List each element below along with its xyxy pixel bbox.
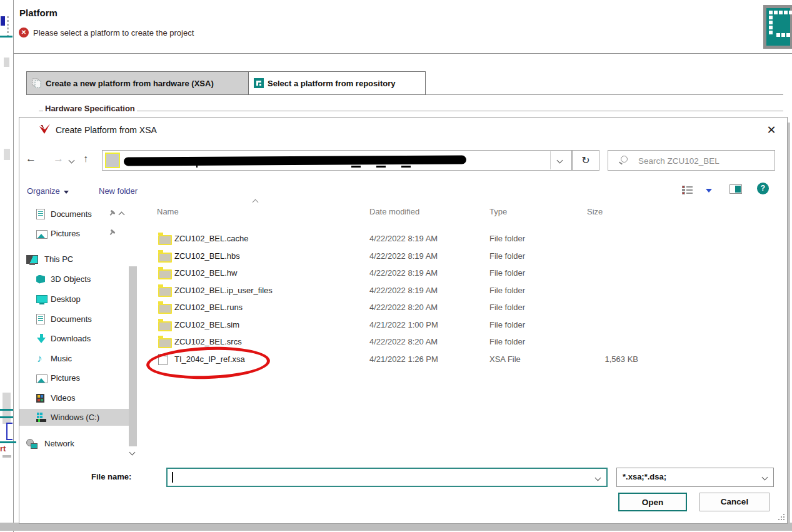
documents-icon [36,314,45,324]
preview-pane-icon[interactable] [729,184,742,194]
sidebar-item-pictures[interactable]: Pictures [19,369,129,386]
tab-select-platform-from-repository[interactable]: Select a platform from repository [249,71,426,95]
sidebar-item-network[interactable]: Network [19,435,129,452]
platform-wizard-icon-inner [766,8,790,46]
pictures-icon [36,230,48,239]
file-type: XSA File [489,354,521,364]
file-date-modified: 4/22/2022 8:20 AM [369,303,438,312]
file-name: ZCU102_BEL.hbs [174,251,240,261]
view-options-dropdown-icon[interactable] [706,189,712,193]
background-fragment [6,423,13,440]
file-name: ZCU102_BEL.hw [174,268,237,278]
file-date-modified: 4/22/2022 8:19 AM [369,268,438,278]
sidebar-item-music[interactable]: Music [19,350,129,367]
background-fragment [4,58,9,67]
file-row-zcu102-bel-cache[interactable]: ZCU102_BEL.cache4/22/2022 8:19 AMFile fo… [151,231,776,247]
column-header-type[interactable]: Type [489,207,507,216]
column-header-size[interactable]: Size [587,207,603,216]
resize-grip-icon[interactable] [777,513,784,520]
sidebar-scrollbar[interactable] [129,266,137,446]
file-row-zcu102-bel-hw[interactable]: ZCU102_BEL.hw4/22/2022 8:19 AMFile folde… [151,265,776,281]
view-details-icon[interactable] [682,185,693,197]
folder-icon [158,269,172,279]
file-row-zcu102-bel-hbs[interactable]: ZCU102_BEL.hbs4/22/2022 8:19 AMFile fold… [151,248,776,264]
downloads-icon [36,334,47,344]
organize-label: Organize [27,186,60,196]
create-platform-from-xsa-dialog: Create Platform from XSA ✕ ← → ↑ ↻ Organ… [19,117,788,524]
tab-create-platform-from-xsa[interactable]: Create a new platform from hardware (XSA… [26,71,249,95]
background-fragment [0,36,13,38]
search-box[interactable] [608,150,775,171]
pin-icon [107,229,116,238]
pictures-icon [36,374,48,383]
redaction-mark [376,166,386,168]
help-icon[interactable]: ? [757,183,769,194]
file-date-modified: 4/22/2022 8:19 AM [369,251,438,261]
column-header-date-modified[interactable]: Date modified [369,207,419,216]
sidebar-item-documents[interactable]: Documents [19,206,129,223]
file-row-zcu102-bel-sim[interactable]: ZCU102_BEL.sim4/21/2022 1:00 PMFile fold… [151,317,776,333]
address-bar[interactable] [102,150,572,171]
sidebar-item-label: Music [51,354,72,363]
groupbox-border [39,111,783,111]
file-type: File folder [489,234,525,243]
open-button[interactable]: Open [618,493,687,511]
refresh-button[interactable]: ↻ [572,150,599,171]
sidebar-item-videos[interactable]: Videos [19,389,129,406]
file-type: File folder [489,251,525,261]
up-icon[interactable]: ↑ [83,153,88,165]
sidebar-item-desktop[interactable]: Desktop [19,291,129,308]
search-input[interactable] [637,153,764,169]
network-icon [26,439,37,449]
organize-menu[interactable]: Organize [27,186,69,196]
pin-icon [107,209,116,219]
recent-locations-icon[interactable] [69,158,75,164]
sidebar-item-windows-c[interactable]: Windows (C:) [19,409,129,426]
organize-caret-icon [64,191,69,194]
this-pc-icon [26,255,38,264]
sidebar-item-documents[interactable]: Documents [19,311,129,328]
address-dropdown-icon[interactable] [557,158,563,164]
folder-icon [158,304,172,314]
address-divider [550,151,551,169]
column-header-name[interactable]: Name [157,207,179,216]
file-row-zcu102-bel-runs[interactable]: ZCU102_BEL.runs4/22/2022 8:20 AMFile fol… [151,299,776,316]
new-folder-button[interactable]: New folder [99,186,138,196]
file-name-dropdown-icon[interactable] [595,475,601,481]
cancel-button[interactable]: Cancel [699,493,769,511]
sidebar-item-pictures[interactable]: Pictures [19,225,129,242]
back-icon[interactable]: ← [26,153,36,165]
background-fragment [0,416,13,418]
file-type-value: *.xsa;*.dsa; [623,472,666,481]
sidebar-item-label: Videos [51,393,76,403]
hardware-specification-label: Hardware Specification [43,104,137,113]
sidebar-item-this-pc[interactable]: This PC [19,251,129,268]
music-icon [36,354,47,364]
file-row-zcu102-bel-srcs[interactable]: ZCU102_BEL.srcs4/22/2022 8:20 AMFile fol… [151,334,776,350]
file-type-combobox[interactable]: *.xsa;*.dsa; [616,468,774,487]
sidebar-item-label: Documents [51,209,92,219]
tab-label: Create a new platform from hardware (XSA… [46,79,214,88]
scroll-down-icon[interactable] [129,449,136,456]
file-name-input[interactable] [171,470,580,486]
close-icon[interactable]: ✕ [763,123,779,138]
collapse-icon[interactable] [119,212,125,218]
new-platform-icon [32,78,42,88]
file-row-zcu102-bel-ip-user-files[interactable]: ZCU102_BEL.ip_user_files4/22/2022 8:19 A… [151,283,776,299]
file-type-dropdown-icon[interactable] [762,474,768,481]
sidebar-item-label: Pictures [51,229,80,238]
sidebar-item-downloads[interactable]: Downloads [19,330,129,347]
sidebar-item-label: Desktop [51,294,81,304]
file-name-combobox[interactable] [166,468,608,487]
file-date-modified: 4/21/2022 1:00 PM [369,320,438,329]
redaction-mark [351,166,361,168]
refresh-icon: ↻ [581,155,589,166]
file-type: File folder [489,320,525,329]
sidebar-item-label: This PC [44,254,73,264]
error-message: Please select a platform to create the p… [33,28,194,38]
sidebar-item-label: Windows (C:) [51,413,99,422]
sidebar-item-3d-objects[interactable]: 3D Objects [19,271,129,288]
background-fragment [3,393,11,424]
background-fragment [0,441,16,443]
videos-icon [36,394,44,403]
